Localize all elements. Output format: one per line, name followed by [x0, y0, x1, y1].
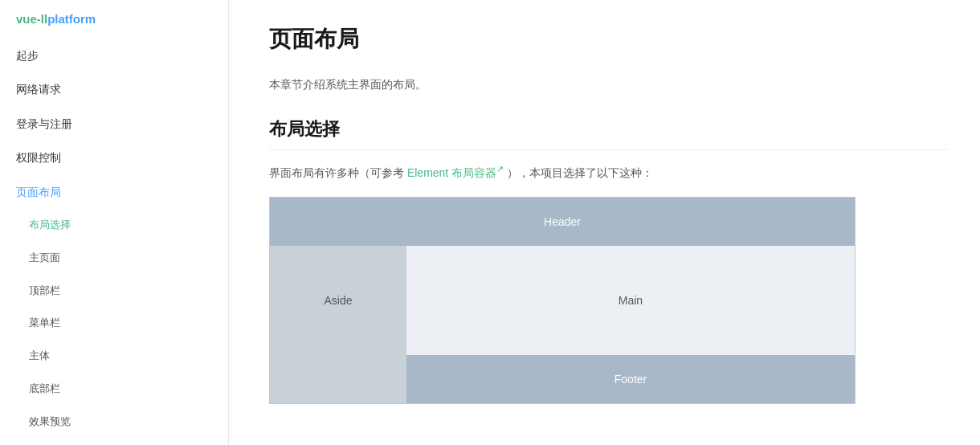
sidebar: vue-llplatform 起步 网络请求 登录与注册 权限控制 页面布局 布…: [0, 0, 229, 445]
brand-vue: vue-ll: [16, 12, 47, 26]
section-desc-prefix: 界面布局有许多种（可参考: [269, 165, 407, 178]
sidebar-item-permission[interactable]: 权限控制: [0, 141, 228, 174]
layout-header: Header: [270, 198, 855, 246]
sidebar-item-menu-bar[interactable]: 菜单栏: [0, 307, 228, 340]
layout-footer: Footer: [406, 355, 855, 403]
layout-aside: Aside: [270, 246, 406, 355]
brand-platform: platform: [47, 12, 96, 26]
sidebar-item-top-bar[interactable]: 顶部栏: [0, 275, 228, 308]
sidebar-item-login[interactable]: 登录与注册: [0, 107, 228, 141]
layout-diagram: Header Aside Main Footer: [269, 197, 855, 404]
layout-main: Main: [406, 246, 855, 355]
sidebar-item-bottom-bar[interactable]: 底部栏: [0, 373, 228, 406]
section-title: 布局选择: [269, 117, 948, 150]
sidebar-item-functional[interactable]: 功能页面: [0, 439, 228, 445]
sidebar-item-layout[interactable]: 页面布局: [0, 175, 228, 209]
sidebar-item-layout-choice[interactable]: 布局选择: [0, 209, 228, 242]
section-desc: 界面布局有许多种（可参考 Element 布局容器↗ ），本项目选择了以下这种：: [269, 161, 948, 182]
layout-bottom-row: Footer: [270, 355, 855, 403]
layout-middle: Aside Main: [270, 246, 855, 355]
main-content: 页面布局 本章节介绍系统主界面的布局。 布局选择 界面布局有许多种（可参考 El…: [229, 0, 980, 445]
sidebar-item-preview[interactable]: 效果预览: [0, 406, 228, 439]
external-link-icon: ↗: [496, 164, 504, 174]
layout-aside-placeholder: [270, 355, 406, 403]
intro-text: 本章节介绍系统主界面的布局。: [269, 76, 948, 95]
sidebar-item-body[interactable]: 主体: [0, 340, 228, 373]
section-desc-suffix: ），本项目选择了以下这种：: [504, 165, 653, 178]
element-link[interactable]: Element 布局容器: [407, 165, 496, 178]
sidebar-brand[interactable]: vue-llplatform: [0, 0, 228, 39]
page-title: 页面布局: [269, 24, 948, 63]
sidebar-item-main-page[interactable]: 主页面: [0, 242, 228, 275]
sidebar-item-start[interactable]: 起步: [0, 39, 228, 72]
sidebar-item-network[interactable]: 网络请求: [0, 72, 228, 106]
